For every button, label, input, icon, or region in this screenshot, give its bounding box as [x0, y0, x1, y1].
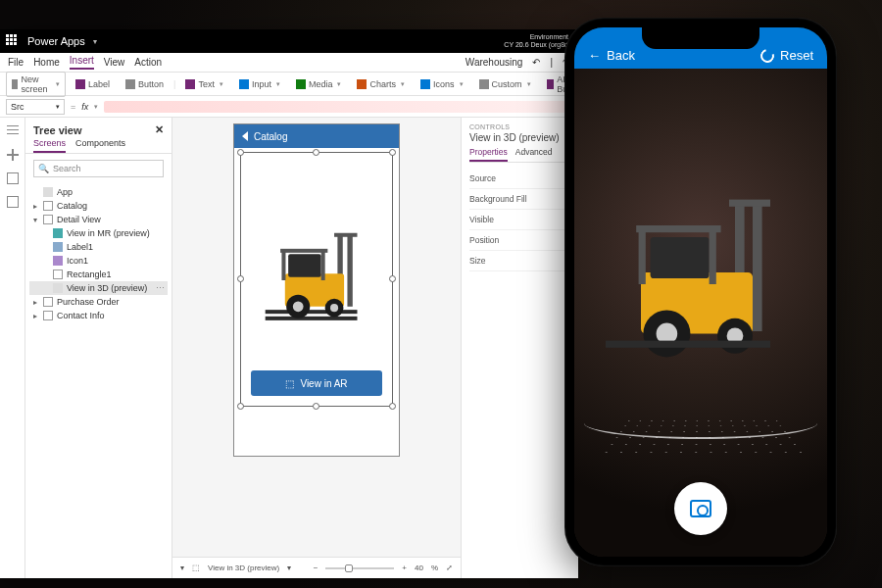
- resize-handle[interactable]: [237, 403, 244, 410]
- button-button[interactable]: Button: [120, 76, 170, 92]
- resize-handle[interactable]: [237, 275, 244, 282]
- tree-node-view-mr[interactable]: View in MR (preview): [29, 226, 168, 240]
- search-placeholder: Search: [53, 164, 81, 173]
- tree-node-purchase[interactable]: ▸Purchase Order: [29, 295, 168, 309]
- menu-file[interactable]: File: [8, 57, 24, 68]
- icons-button[interactable]: Icons▾: [415, 76, 469, 92]
- prop-position[interactable]: Position: [469, 230, 570, 251]
- tree-node-label1[interactable]: Label1: [29, 240, 168, 254]
- tree-title: Tree view: [33, 124, 82, 136]
- workarea: Tree view✕ Screens Components 🔍 Search A…: [0, 118, 578, 578]
- svg-rect-26: [606, 341, 770, 348]
- custom-button[interactable]: Custom▾: [473, 76, 537, 92]
- insert-icon[interactable]: [7, 149, 19, 161]
- chevron-down-icon[interactable]: ▾: [287, 564, 291, 572]
- insert-toolbar: New screen▾ Label Button | Text▾ Input▾ …: [0, 73, 578, 96]
- ar-icon: ⬚: [285, 378, 294, 389]
- tree-node-rect1[interactable]: Rectangle1: [29, 268, 168, 281]
- undo-icon[interactable]: ↶: [532, 57, 540, 68]
- resize-handle[interactable]: [313, 403, 319, 410]
- reset-button[interactable]: Reset: [760, 48, 813, 63]
- environment-picker[interactable]: Environment CY 20.6 Deux (org8d: [504, 33, 572, 48]
- text-button[interactable]: Text▾: [179, 76, 229, 92]
- svg-rect-16: [729, 200, 770, 207]
- project-name[interactable]: Warehousing: [466, 57, 523, 68]
- menu-home[interactable]: Home: [33, 57, 60, 68]
- tree-view-pane: Tree view✕ Screens Components 🔍 Search A…: [25, 118, 172, 578]
- app-preview[interactable]: Catalog: [233, 123, 400, 457]
- more-icon[interactable]: ⋯: [156, 283, 166, 293]
- new-screen-button[interactable]: New screen▾: [6, 72, 66, 97]
- data-icon[interactable]: [7, 172, 19, 184]
- media-button[interactable]: Media▾: [290, 76, 348, 92]
- app-launcher-icon[interactable]: [6, 34, 20, 48]
- tree-node-catalog[interactable]: ▸Catalog: [29, 199, 168, 213]
- resize-handle[interactable]: [389, 275, 396, 282]
- back-button[interactable]: ← Back: [588, 48, 635, 63]
- mobile-device: ← Back Reset: [564, 18, 837, 566]
- app-header: Catalog: [234, 124, 399, 148]
- resize-handle[interactable]: [313, 149, 319, 156]
- resize-handle[interactable]: [237, 149, 244, 156]
- fit-icon[interactable]: ⤢: [446, 564, 453, 572]
- property-selector[interactable]: Src▾: [6, 99, 65, 115]
- menu-action[interactable]: Action: [134, 57, 162, 68]
- search-input[interactable]: 🔍 Search: [33, 160, 164, 177]
- tab-screens[interactable]: Screens: [33, 138, 66, 153]
- zoom-in-button[interactable]: +: [402, 564, 407, 572]
- svg-rect-6: [288, 254, 321, 276]
- chevron-down-icon[interactable]: ▾: [180, 564, 184, 572]
- capture-button[interactable]: [674, 482, 727, 535]
- ar-camera-view[interactable]: [574, 69, 827, 557]
- tab-advanced[interactable]: Advanced: [515, 147, 553, 162]
- zoom-out-button[interactable]: −: [314, 564, 318, 572]
- app-header-title: Catalog: [254, 131, 287, 142]
- formula-bar: Src▾ = fx▾: [0, 96, 578, 118]
- tab-components[interactable]: Components: [75, 138, 125, 153]
- zoom-slider[interactable]: [325, 567, 394, 569]
- back-label: Back: [607, 48, 635, 63]
- charts-button[interactable]: Charts▾: [351, 76, 411, 92]
- divider: |: [550, 57, 553, 68]
- phone-notch: [642, 27, 760, 49]
- environment-value: CY 20.6 Deux (org8d: [504, 41, 568, 49]
- svg-point-13: [330, 304, 338, 312]
- tree-view-icon[interactable]: [7, 125, 19, 137]
- chevron-down-icon[interactable]: ▾: [93, 37, 97, 46]
- tree-node-icon1[interactable]: Icon1: [29, 254, 168, 268]
- selection-breadcrumb[interactable]: View in 3D (preview): [208, 564, 279, 572]
- app-name: Power Apps: [27, 35, 85, 47]
- tree-node-view-3d[interactable]: View in 3D (preview)⋯: [29, 281, 168, 295]
- props-heading: CONTROLS: [469, 123, 570, 130]
- svg-rect-1: [347, 234, 352, 307]
- equals-sign: =: [71, 102, 75, 112]
- resize-handle[interactable]: [389, 149, 396, 156]
- media-panel-icon[interactable]: [7, 196, 19, 208]
- menu-insert[interactable]: Insert: [70, 55, 94, 70]
- tree-node-app[interactable]: App: [29, 185, 168, 199]
- canvas-footer: ▾ ⬚ View in 3D (preview) ▾ − + 40 % ⤢: [172, 557, 461, 578]
- view-ar-label: View in AR: [300, 378, 347, 389]
- formula-input[interactable]: [104, 101, 572, 113]
- prop-bg-fill[interactable]: Background Fill: [469, 189, 570, 210]
- label-button[interactable]: Label: [70, 76, 116, 92]
- tab-properties[interactable]: Properties: [469, 147, 508, 162]
- environment-label: Environment: [504, 33, 568, 41]
- menu-view[interactable]: View: [104, 57, 125, 68]
- close-icon[interactable]: ✕: [155, 123, 164, 136]
- selection-box[interactable]: ⬚ View in AR: [240, 152, 393, 407]
- view-in-ar-button[interactable]: ⬚ View in AR: [251, 370, 382, 396]
- tree-node-detail[interactable]: ▾Detail View: [29, 213, 168, 226]
- canvas[interactable]: Catalog: [172, 118, 461, 578]
- search-icon: 🔍: [38, 164, 49, 173]
- prop-source[interactable]: Source: [469, 169, 570, 189]
- input-button[interactable]: Input▾: [233, 76, 286, 92]
- prop-size[interactable]: Size: [469, 251, 570, 271]
- svg-rect-18: [651, 237, 710, 278]
- zoom-unit: %: [431, 564, 438, 572]
- resize-handle[interactable]: [389, 403, 396, 410]
- tree-node-contact[interactable]: ▸Contact Info: [29, 309, 168, 322]
- prop-visible[interactable]: Visible: [469, 210, 570, 230]
- svg-rect-9: [280, 249, 327, 253]
- svg-rect-2: [334, 233, 357, 237]
